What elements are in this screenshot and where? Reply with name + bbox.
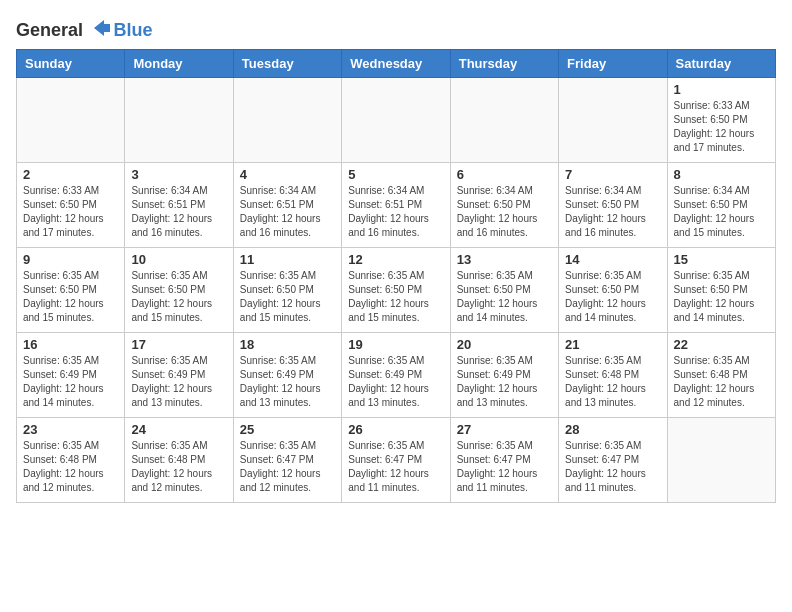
day-info: Sunrise: 6:35 AM Sunset: 6:49 PM Dayligh… <box>348 354 443 410</box>
day-info: Sunrise: 6:34 AM Sunset: 6:51 PM Dayligh… <box>348 184 443 240</box>
day-info: Sunrise: 6:35 AM Sunset: 6:47 PM Dayligh… <box>348 439 443 495</box>
day-info: Sunrise: 6:35 AM Sunset: 6:50 PM Dayligh… <box>565 269 660 325</box>
day-number: 21 <box>565 337 660 352</box>
day-number: 19 <box>348 337 443 352</box>
day-number: 4 <box>240 167 335 182</box>
calendar-day-header: Wednesday <box>342 50 450 78</box>
calendar-week-row: 1Sunrise: 6:33 AM Sunset: 6:50 PM Daylig… <box>17 78 776 163</box>
day-info: Sunrise: 6:33 AM Sunset: 6:50 PM Dayligh… <box>23 184 118 240</box>
calendar-day-cell <box>17 78 125 163</box>
day-info: Sunrise: 6:35 AM Sunset: 6:50 PM Dayligh… <box>348 269 443 325</box>
calendar-week-row: 16Sunrise: 6:35 AM Sunset: 6:49 PM Dayli… <box>17 333 776 418</box>
calendar-day-cell <box>125 78 233 163</box>
svg-marker-0 <box>94 20 110 36</box>
day-info: Sunrise: 6:34 AM Sunset: 6:51 PM Dayligh… <box>131 184 226 240</box>
day-info: Sunrise: 6:35 AM Sunset: 6:49 PM Dayligh… <box>23 354 118 410</box>
day-number: 23 <box>23 422 118 437</box>
day-info: Sunrise: 6:33 AM Sunset: 6:50 PM Dayligh… <box>674 99 769 155</box>
day-number: 7 <box>565 167 660 182</box>
logo-general: General <box>16 20 83 40</box>
day-info: Sunrise: 6:35 AM Sunset: 6:50 PM Dayligh… <box>23 269 118 325</box>
day-number: 3 <box>131 167 226 182</box>
calendar-day-cell: 11Sunrise: 6:35 AM Sunset: 6:50 PM Dayli… <box>233 248 341 333</box>
day-info: Sunrise: 6:35 AM Sunset: 6:50 PM Dayligh… <box>240 269 335 325</box>
calendar-day-cell: 9Sunrise: 6:35 AM Sunset: 6:50 PM Daylig… <box>17 248 125 333</box>
calendar-day-cell: 27Sunrise: 6:35 AM Sunset: 6:47 PM Dayli… <box>450 418 558 503</box>
day-number: 24 <box>131 422 226 437</box>
calendar-day-cell <box>667 418 775 503</box>
day-info: Sunrise: 6:35 AM Sunset: 6:48 PM Dayligh… <box>565 354 660 410</box>
calendar-day-cell: 2Sunrise: 6:33 AM Sunset: 6:50 PM Daylig… <box>17 163 125 248</box>
day-info: Sunrise: 6:35 AM Sunset: 6:47 PM Dayligh… <box>240 439 335 495</box>
calendar-header-row: SundayMondayTuesdayWednesdayThursdayFrid… <box>17 50 776 78</box>
calendar-day-cell: 22Sunrise: 6:35 AM Sunset: 6:48 PM Dayli… <box>667 333 775 418</box>
day-number: 2 <box>23 167 118 182</box>
day-number: 18 <box>240 337 335 352</box>
day-number: 5 <box>348 167 443 182</box>
calendar-day-cell: 20Sunrise: 6:35 AM Sunset: 6:49 PM Dayli… <box>450 333 558 418</box>
day-number: 1 <box>674 82 769 97</box>
calendar-day-header: Friday <box>559 50 667 78</box>
calendar-day-cell: 25Sunrise: 6:35 AM Sunset: 6:47 PM Dayli… <box>233 418 341 503</box>
day-number: 22 <box>674 337 769 352</box>
day-info: Sunrise: 6:35 AM Sunset: 6:49 PM Dayligh… <box>457 354 552 410</box>
calendar-day-cell: 3Sunrise: 6:34 AM Sunset: 6:51 PM Daylig… <box>125 163 233 248</box>
calendar-day-cell: 13Sunrise: 6:35 AM Sunset: 6:50 PM Dayli… <box>450 248 558 333</box>
day-info: Sunrise: 6:35 AM Sunset: 6:47 PM Dayligh… <box>457 439 552 495</box>
calendar-day-cell: 21Sunrise: 6:35 AM Sunset: 6:48 PM Dayli… <box>559 333 667 418</box>
day-number: 9 <box>23 252 118 267</box>
calendar-day-cell: 18Sunrise: 6:35 AM Sunset: 6:49 PM Dayli… <box>233 333 341 418</box>
day-number: 27 <box>457 422 552 437</box>
day-number: 15 <box>674 252 769 267</box>
day-info: Sunrise: 6:35 AM Sunset: 6:48 PM Dayligh… <box>674 354 769 410</box>
day-info: Sunrise: 6:35 AM Sunset: 6:47 PM Dayligh… <box>565 439 660 495</box>
day-info: Sunrise: 6:34 AM Sunset: 6:50 PM Dayligh… <box>674 184 769 240</box>
calendar-day-cell: 5Sunrise: 6:34 AM Sunset: 6:51 PM Daylig… <box>342 163 450 248</box>
calendar-day-cell: 8Sunrise: 6:34 AM Sunset: 6:50 PM Daylig… <box>667 163 775 248</box>
page-header: General Blue <box>16 16 776 41</box>
day-number: 14 <box>565 252 660 267</box>
calendar-day-cell: 16Sunrise: 6:35 AM Sunset: 6:49 PM Dayli… <box>17 333 125 418</box>
calendar-day-cell <box>559 78 667 163</box>
day-info: Sunrise: 6:35 AM Sunset: 6:48 PM Dayligh… <box>131 439 226 495</box>
day-number: 11 <box>240 252 335 267</box>
calendar-day-cell: 17Sunrise: 6:35 AM Sunset: 6:49 PM Dayli… <box>125 333 233 418</box>
day-number: 16 <box>23 337 118 352</box>
calendar-day-cell <box>342 78 450 163</box>
calendar-day-cell: 24Sunrise: 6:35 AM Sunset: 6:48 PM Dayli… <box>125 418 233 503</box>
day-number: 25 <box>240 422 335 437</box>
day-number: 13 <box>457 252 552 267</box>
day-number: 17 <box>131 337 226 352</box>
day-info: Sunrise: 6:35 AM Sunset: 6:50 PM Dayligh… <box>674 269 769 325</box>
calendar-day-cell <box>450 78 558 163</box>
calendar-day-cell: 1Sunrise: 6:33 AM Sunset: 6:50 PM Daylig… <box>667 78 775 163</box>
calendar-day-cell <box>233 78 341 163</box>
calendar-day-cell: 14Sunrise: 6:35 AM Sunset: 6:50 PM Dayli… <box>559 248 667 333</box>
calendar-day-cell: 6Sunrise: 6:34 AM Sunset: 6:50 PM Daylig… <box>450 163 558 248</box>
logo-blue: Blue <box>114 20 153 40</box>
day-info: Sunrise: 6:34 AM Sunset: 6:50 PM Dayligh… <box>457 184 552 240</box>
calendar-table: SundayMondayTuesdayWednesdayThursdayFrid… <box>16 49 776 503</box>
day-number: 28 <box>565 422 660 437</box>
logo-arrow-icon <box>90 16 114 40</box>
day-number: 26 <box>348 422 443 437</box>
day-info: Sunrise: 6:35 AM Sunset: 6:49 PM Dayligh… <box>240 354 335 410</box>
calendar-week-row: 2Sunrise: 6:33 AM Sunset: 6:50 PM Daylig… <box>17 163 776 248</box>
calendar-day-cell: 28Sunrise: 6:35 AM Sunset: 6:47 PM Dayli… <box>559 418 667 503</box>
day-number: 10 <box>131 252 226 267</box>
calendar-day-cell: 26Sunrise: 6:35 AM Sunset: 6:47 PM Dayli… <box>342 418 450 503</box>
day-info: Sunrise: 6:35 AM Sunset: 6:49 PM Dayligh… <box>131 354 226 410</box>
day-number: 6 <box>457 167 552 182</box>
day-info: Sunrise: 6:34 AM Sunset: 6:50 PM Dayligh… <box>565 184 660 240</box>
calendar-week-row: 23Sunrise: 6:35 AM Sunset: 6:48 PM Dayli… <box>17 418 776 503</box>
day-info: Sunrise: 6:35 AM Sunset: 6:50 PM Dayligh… <box>457 269 552 325</box>
day-number: 12 <box>348 252 443 267</box>
calendar-day-header: Sunday <box>17 50 125 78</box>
calendar-day-cell: 23Sunrise: 6:35 AM Sunset: 6:48 PM Dayli… <box>17 418 125 503</box>
calendar-week-row: 9Sunrise: 6:35 AM Sunset: 6:50 PM Daylig… <box>17 248 776 333</box>
calendar-day-cell: 10Sunrise: 6:35 AM Sunset: 6:50 PM Dayli… <box>125 248 233 333</box>
day-info: Sunrise: 6:34 AM Sunset: 6:51 PM Dayligh… <box>240 184 335 240</box>
day-number: 20 <box>457 337 552 352</box>
calendar-day-cell: 12Sunrise: 6:35 AM Sunset: 6:50 PM Dayli… <box>342 248 450 333</box>
calendar-day-header: Saturday <box>667 50 775 78</box>
